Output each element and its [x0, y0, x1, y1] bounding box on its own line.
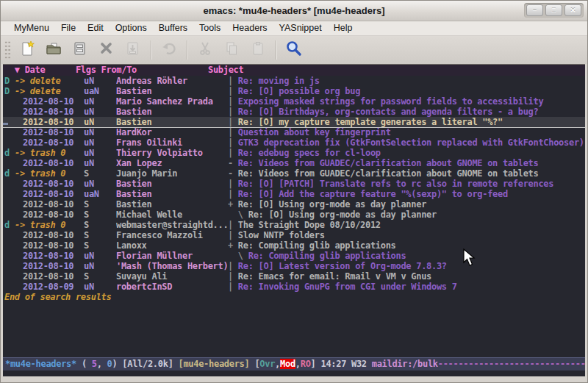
- message-row[interactable]: D-> deleteuNAndreas Röhler| Re: moving i…: [3, 76, 585, 86]
- subject-text: Re: [O] possible org bug: [238, 86, 360, 96]
- message-row[interactable]: 2012-08-10uNMario Sanchez Prada| Exposin…: [3, 96, 585, 107]
- from-cell: Bastien: [116, 86, 228, 96]
- message-row[interactable]: 2012-08-10uNBastien| Re: [O] my capture …: [3, 117, 585, 127]
- subject-cell: | Re: [O] Latest version of Org-mode 7.8…: [228, 261, 585, 271]
- echo-area: [3, 371, 585, 376]
- message-row[interactable]: d-> trash 0Swebmaster@straightd...| The …: [3, 220, 585, 230]
- cut-icon: [197, 40, 213, 60]
- flags-cell: S: [84, 199, 116, 210]
- subject-cell: | Slow NNTP folders: [228, 230, 585, 240]
- subject-text: Question about key fingerprint: [238, 127, 391, 137]
- toolbar-search-button[interactable]: [281, 38, 307, 62]
- thread-prefix: |: [228, 189, 238, 199]
- close-button[interactable]: ✕: [564, 4, 581, 16]
- from-cell: Lanoxx: [116, 240, 228, 251]
- message-row[interactable]: 2012-08-09uNrobertcInSD| Re: Invoking Gn…: [3, 282, 585, 292]
- menu-item-buffers[interactable]: Buffers: [153, 21, 193, 35]
- mark-cell: [3, 189, 13, 199]
- from-cell: Bastien: [116, 117, 228, 127]
- message-row[interactable]: 2012-08-10uNHardKor| Question about key …: [3, 127, 585, 137]
- toolbar-close-button[interactable]: [93, 38, 120, 62]
- message-row[interactable]: 2012-08-10SLanoxx+ Re: Compiling glib ap…: [3, 240, 585, 251]
- menu-item-edit[interactable]: Edit: [82, 21, 110, 35]
- message-row[interactable]: d-> trash 0SJuanjo Marin- Re: Videos fro…: [3, 168, 585, 179]
- mark-cell: [3, 96, 13, 107]
- flags-cell: uN: [84, 251, 116, 261]
- message-row[interactable]: 2012-08-10SSuvayu Ali| Re: Emacs for ema…: [3, 271, 585, 282]
- flags-cell: S: [84, 230, 116, 240]
- date-cell: 2012-08-10: [13, 117, 84, 127]
- date-cell: -> trash 0: [13, 168, 84, 179]
- from-cell: Xan Lopez: [116, 158, 228, 168]
- message-row[interactable]: 2012-08-10SMichael Welle \ Re: [O] Using…: [3, 210, 585, 220]
- title-bar: emacs: *mu4e-headers* [mu4e-headers] –□✕: [1, 1, 587, 21]
- message-row[interactable]: 2012-08-10uNFrans Oilinki| GTK3 deprecat…: [3, 137, 585, 148]
- subject-cell: \ Re: Compiling glib applications: [228, 251, 585, 261]
- thread-prefix: |: [228, 271, 238, 282]
- flags-cell: uN: [84, 107, 116, 117]
- thread-prefix: |: [228, 261, 238, 271]
- subject-cell: - Re: Videos from GUADEC/clarification a…: [228, 158, 585, 168]
- minimize-button[interactable]: –: [526, 4, 543, 16]
- subject-text: Re: Compiling glib applications: [248, 251, 406, 261]
- toolbar-copy-button: [218, 38, 245, 62]
- date-cell: 2012-08-10: [13, 199, 84, 210]
- new-file-icon: [19, 40, 35, 60]
- mark-cell: [3, 179, 13, 189]
- toolbar-drag-handle[interactable]: [4, 40, 10, 60]
- menu-item-tools[interactable]: Tools: [193, 21, 226, 35]
- date-cell: 2012-08-10: [13, 189, 84, 199]
- subject-text: Re: Videos from GUADEC/clarification abo…: [238, 158, 539, 168]
- from-cell: Bastien: [116, 179, 228, 189]
- message-row[interactable]: 2012-08-10SBastien+ Re: [O] Using org-mo…: [3, 199, 585, 210]
- mark-cell: [3, 107, 13, 117]
- modeline-segment-plain: [: [249, 359, 259, 369]
- menu-item-mymenu[interactable]: MyMenu: [8, 21, 55, 35]
- message-row[interactable]: 2012-08-10uN'Mash (Thomas Herbert)| Re: …: [3, 261, 585, 271]
- subject-cell: | Re: [O] my capture template generates …: [228, 117, 585, 127]
- modeline-segment-buffer-name[interactable]: *mu4e-headers*: [5, 359, 76, 369]
- modeline-segment-plain: ] 14:27 W32: [311, 359, 372, 369]
- mark-cell: [3, 282, 13, 292]
- headers-column-header-line[interactable]: ▼ Date Flgs From/To Subject: [3, 65, 585, 76]
- subject-text: Slow NNTP folders: [238, 230, 325, 240]
- thread-prefix: |: [228, 76, 238, 86]
- message-row[interactable]: 2012-08-10uNBastien| Re: [O] [PATCH] Tra…: [3, 179, 585, 189]
- subject-text: Re: [O] Add the capture feature "%(sexp)…: [238, 189, 508, 199]
- toolbar-save-button[interactable]: [67, 38, 93, 62]
- message-row[interactable]: 2012-08-10uNBastien| Re: [O] Birthdays, …: [3, 107, 585, 117]
- message-row[interactable]: D-> deleteuaNBastien| Re: [O] possible o…: [3, 86, 585, 96]
- save-as-icon: [125, 40, 141, 60]
- close-icon: [98, 40, 115, 60]
- toolbar-open-folder-button[interactable]: [40, 38, 67, 62]
- message-row[interactable]: 2012-08-10uNXan Lopez- Re: Videos from G…: [3, 158, 585, 168]
- message-row[interactable]: 2012-08-10uaNBastien| Re: [O] Add the ca…: [3, 189, 585, 199]
- message-row[interactable]: d-> trash 0uNThierry Volpiatto| Re: edeb…: [3, 148, 585, 158]
- modeline-segment-plain: ,: [295, 359, 301, 369]
- date-cell: 2012-08-10: [13, 251, 84, 261]
- flags-cell: uN: [84, 137, 116, 148]
- thread-prefix: +: [228, 199, 238, 210]
- flags-cell: uN: [84, 261, 116, 271]
- flags-cell: uN: [84, 76, 116, 86]
- subject-cell: | Re: [O] possible org bug: [228, 86, 585, 96]
- flags-cell: uaN: [84, 189, 116, 199]
- paste-icon: [250, 40, 266, 60]
- message-row[interactable]: 2012-08-10SFrancesco Mazzoli| Slow NNTP …: [3, 230, 585, 240]
- toolbar-paste-button: [245, 38, 271, 62]
- menu-item-file[interactable]: File: [55, 21, 82, 35]
- menu-item-headers[interactable]: Headers: [226, 21, 273, 35]
- menu-item-yasnippet[interactable]: YASnippet: [273, 21, 328, 35]
- toolbar-new-file-button[interactable]: [14, 38, 40, 62]
- date-cell: -> trash 0: [13, 220, 84, 230]
- subject-cell: | The Straight Dope 08/10/2012: [228, 220, 585, 230]
- flags-cell: uaN: [84, 86, 116, 96]
- menu-item-help[interactable]: Help: [328, 21, 359, 35]
- subject-text: GTK3 deprecation fix (GtkFontSelection r…: [238, 137, 584, 148]
- maximize-button[interactable]: □: [545, 4, 562, 16]
- date-cell: 2012-08-10: [13, 137, 84, 148]
- window-controls: –□✕: [524, 3, 584, 18]
- message-row[interactable]: 2012-08-10uNFlorian Müllner \ Re: Compil…: [3, 251, 585, 261]
- thread-prefix: -: [228, 168, 238, 179]
- menu-item-options[interactable]: Options: [110, 21, 153, 35]
